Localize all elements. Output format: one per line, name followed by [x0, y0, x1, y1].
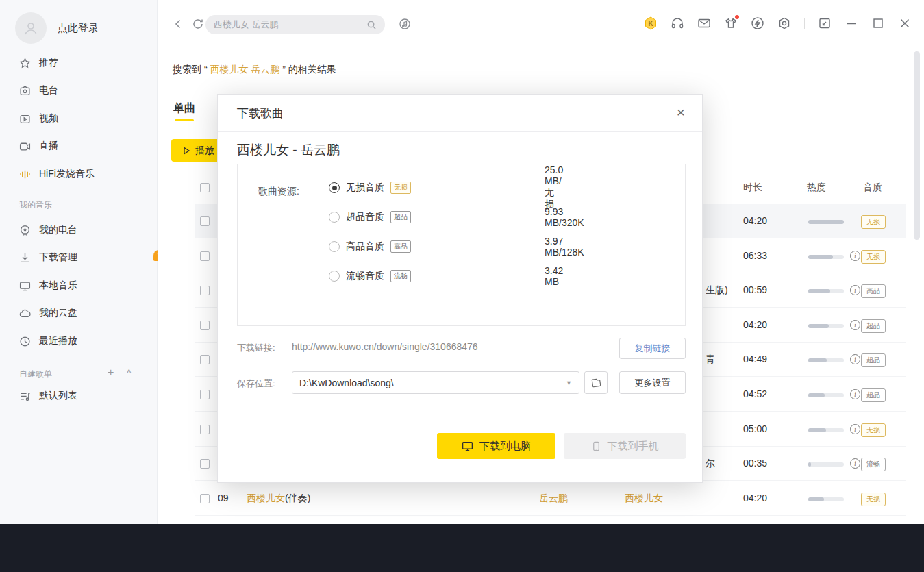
- option-label: 流畅音质: [346, 270, 384, 282]
- row-checkbox[interactable]: [200, 494, 210, 503]
- sidebar-item-live[interactable]: 直播: [19, 140, 142, 152]
- add-playlist-icon[interactable]: +: [108, 366, 114, 379]
- avatar[interactable]: [15, 12, 47, 44]
- select-all-checkbox[interactable]: [200, 183, 210, 192]
- quality-badge: 无损: [861, 423, 886, 437]
- minimize-icon[interactable]: [845, 16, 858, 30]
- row-checkbox[interactable]: [200, 459, 210, 469]
- info-icon[interactable]: i: [850, 424, 860, 434]
- divider: [804, 18, 805, 29]
- quality-badge: 高品: [390, 240, 411, 253]
- topbar-icons: K: [644, 16, 912, 30]
- mail-icon[interactable]: [697, 16, 711, 30]
- login-button[interactable]: 点此登录: [15, 12, 99, 44]
- sidebar-item-label: 视频: [39, 112, 58, 125]
- row-checkbox[interactable]: [200, 355, 210, 364]
- info-icon[interactable]: i: [850, 458, 860, 469]
- quality-option-high[interactable]: 高品音质 高品 3.97 MB/128K: [329, 240, 411, 253]
- dialog-title: 下载歌曲: [237, 105, 284, 121]
- browse-folder-button[interactable]: [584, 371, 608, 394]
- sidebar-item-recent-play[interactable]: 最近播放: [19, 335, 142, 347]
- charge-icon[interactable]: [751, 16, 764, 30]
- row-checkbox[interactable]: [200, 216, 210, 226]
- song-title[interactable]: 西楼儿女(伴奏): [247, 493, 310, 505]
- music-recognition-icon[interactable]: [399, 18, 411, 30]
- sidebar-item-local-music[interactable]: 本地音乐: [19, 279, 142, 292]
- row-checkbox[interactable]: [200, 251, 210, 261]
- info-icon[interactable]: i: [850, 354, 860, 364]
- link-label: 下载链接:: [237, 342, 275, 354]
- song-duration: 04:49: [743, 353, 767, 364]
- dialog-close-icon[interactable]: ×: [672, 103, 690, 121]
- quality-option-super[interactable]: 超品音质 超品 9.93 MB/320K: [329, 210, 411, 224]
- chevron-down-icon: ▼: [566, 380, 572, 386]
- sidebar-item-recommend[interactable]: 推荐: [19, 57, 142, 69]
- monitor-icon: [19, 280, 31, 292]
- radio-icon[interactable]: [329, 241, 340, 252]
- song-artist[interactable]: 岳云鹏: [539, 493, 568, 505]
- info-icon[interactable]: i: [850, 320, 860, 330]
- skin-shirt-icon[interactable]: [724, 16, 738, 30]
- vertical-scrollbar[interactable]: [914, 51, 920, 240]
- back-icon[interactable]: [172, 18, 184, 30]
- info-icon[interactable]: i: [850, 389, 860, 399]
- tab-single-song[interactable]: 单曲: [173, 101, 195, 116]
- refresh-icon[interactable]: [192, 18, 204, 30]
- download-to-phone-button[interactable]: 下载到手机: [564, 433, 686, 459]
- option-size: 25.0 MB/无损: [545, 164, 563, 211]
- player-bar: K 好音质 用酷我 00:00 / 00:00 高品 ^ 1.0x 新 HiFi…: [0, 524, 924, 572]
- search-icon[interactable]: [366, 20, 377, 30]
- copy-link-button[interactable]: 复制链接: [619, 338, 686, 359]
- dialog-header: 下载歌曲 ×: [218, 95, 702, 132]
- song-duration: 04:52: [743, 388, 767, 399]
- heat-bar: [808, 358, 844, 362]
- headphones-icon[interactable]: [671, 16, 684, 30]
- my-radio-icon: [19, 225, 31, 236]
- row-checkbox[interactable]: [200, 390, 210, 399]
- download-to-pc-label: 下载到电脑: [479, 440, 531, 453]
- save-path-select[interactable]: D:\KwDownload\song\ ▼: [292, 371, 579, 394]
- song-album[interactable]: 西楼儿女: [625, 493, 663, 505]
- sidebar-item-download-manager[interactable]: 下载管理 1: [19, 251, 142, 264]
- quality-option-smooth[interactable]: 流畅音质 流畅 3.42 MB: [329, 269, 411, 283]
- collapse-playlists-icon[interactable]: ^: [127, 368, 132, 379]
- search-box[interactable]: [205, 15, 385, 34]
- table-row[interactable]: 09西楼儿女(伴奏)岳云鹏西楼儿女04:20无损: [195, 482, 906, 516]
- search-input[interactable]: [214, 20, 366, 30]
- sidebar-item-default-playlist[interactable]: 默认列表: [19, 390, 142, 402]
- cloud-icon: [19, 308, 31, 319]
- info-icon[interactable]: i: [850, 251, 860, 261]
- result-query: 西楼儿女 岳云鹏: [210, 64, 279, 75]
- login-label[interactable]: 点此登录: [58, 22, 99, 35]
- radio-selected-icon[interactable]: [329, 182, 340, 193]
- sidebar-item-video[interactable]: 视频: [19, 112, 142, 125]
- quality-option-lossless[interactable]: 无损音质 无损 25.0 MB/无损: [329, 181, 411, 195]
- song-duration: 04:20: [743, 493, 767, 503]
- sidebar-item-cloud-disk[interactable]: 我的云盘: [19, 307, 142, 319]
- info-icon[interactable]: i: [850, 285, 860, 295]
- download-to-pc-button[interactable]: 下载到电脑: [437, 433, 555, 459]
- radio-icon[interactable]: [329, 271, 340, 282]
- close-icon[interactable]: [898, 16, 912, 30]
- sidebar-item-my-radio[interactable]: 我的电台: [19, 224, 142, 236]
- vip-k-icon[interactable]: K: [644, 16, 658, 30]
- radio-icon[interactable]: [329, 212, 340, 223]
- more-settings-button[interactable]: 更多设置: [619, 371, 686, 394]
- mini-mode-icon[interactable]: [818, 16, 832, 30]
- row-checkbox[interactable]: [200, 286, 210, 295]
- tab-underline: [175, 119, 194, 121]
- heat-bar: [808, 289, 844, 293]
- settings-icon[interactable]: [777, 16, 791, 30]
- row-checkbox[interactable]: [200, 425, 210, 434]
- quality-badge: 高品: [861, 284, 886, 298]
- download-icon: [19, 252, 31, 264]
- sidebar-item-radio[interactable]: 电台: [19, 84, 142, 97]
- maximize-icon[interactable]: [871, 16, 885, 30]
- song-duration: 06:33: [743, 250, 767, 261]
- option-size: 3.97 MB/128K: [545, 236, 584, 258]
- row-checkbox[interactable]: [200, 321, 210, 330]
- sidebar-item-hifi[interactable]: HiFi发烧音乐: [19, 168, 142, 180]
- radio-icon: [19, 85, 31, 97]
- heat-bar: [808, 462, 844, 467]
- download-link: http://www.kuwo.cn/down/single/310668476: [292, 341, 478, 352]
